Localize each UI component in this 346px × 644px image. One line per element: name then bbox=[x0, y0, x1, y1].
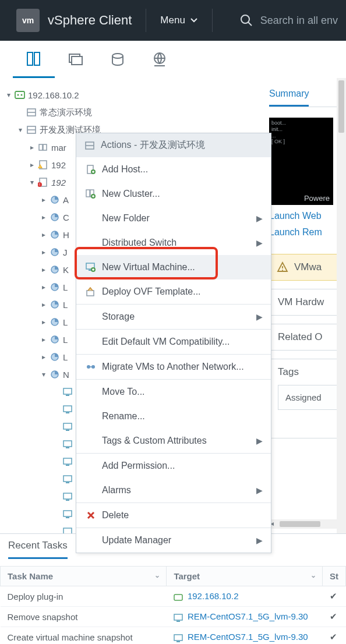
col-task-name[interactable]: Task Name⌄ bbox=[1, 567, 167, 586]
svg-rect-38 bbox=[66, 412, 69, 413]
resourcepool-icon bbox=[49, 300, 61, 309]
alert-text: VMwa bbox=[294, 261, 322, 273]
menu-migrate-vms[interactable]: Migrate VMs to Another Network... bbox=[76, 355, 271, 379]
svg-rect-43 bbox=[63, 458, 72, 464]
power-state-label: Powere bbox=[304, 194, 330, 203]
caret-down-icon[interactable]: ▾ bbox=[15, 126, 26, 134]
launch-web-console-link[interactable]: Launch Web bbox=[269, 211, 346, 221]
task-target[interactable]: REM-CentOS7.1_5G_lvm-9.30 bbox=[167, 607, 323, 627]
menu-storage[interactable]: Storage ▶ bbox=[76, 305, 271, 329]
context-menu-header: Actions - 开发及测试环境 bbox=[76, 133, 271, 157]
svg-rect-63 bbox=[86, 190, 90, 197]
task-target[interactable]: REM-CentOS7.1_5G_lvm-9.30 bbox=[167, 627, 323, 645]
menu-rename[interactable]: Rename... bbox=[76, 404, 271, 429]
caret-right-icon[interactable]: ▸ bbox=[38, 353, 49, 361]
vm-hardware-card[interactable]: VM Hardw bbox=[269, 289, 346, 316]
svg-rect-44 bbox=[66, 465, 69, 466]
caret-right-icon[interactable]: ▸ bbox=[38, 266, 49, 274]
tags-title: Tags bbox=[278, 366, 337, 378]
caret-right-icon[interactable]: ▸ bbox=[38, 248, 49, 256]
caret-right-icon[interactable]: ▸ bbox=[38, 196, 49, 204]
tab-summary[interactable]: Summary bbox=[269, 85, 309, 107]
col-status[interactable]: St bbox=[323, 567, 346, 586]
nav-vms-templates[interactable] bbox=[55, 52, 97, 67]
task-name: Remove snapshot bbox=[1, 607, 167, 627]
svg-rect-48 bbox=[66, 500, 69, 501]
vm-icon bbox=[62, 388, 73, 396]
chevron-down-icon[interactable]: ⌄ bbox=[310, 571, 316, 579]
vmware-tools-alert: VMwa bbox=[269, 254, 346, 281]
chevron-down-icon[interactable]: ⌄ bbox=[154, 571, 160, 579]
caret-down-icon[interactable]: ▾ bbox=[3, 91, 14, 99]
svg-rect-73 bbox=[87, 291, 94, 296]
tree-label: 常态演示环境 bbox=[40, 107, 92, 118]
menu-button[interactable]: Menu bbox=[160, 15, 198, 26]
caret-right-icon[interactable]: ▸ bbox=[38, 283, 49, 291]
menu-add-permission[interactable]: Add Permission... bbox=[76, 454, 271, 478]
vmware-logo: vm bbox=[16, 9, 40, 32]
app-title: vSphere Client bbox=[48, 13, 132, 28]
menu-delete[interactable]: Delete bbox=[76, 503, 271, 528]
task-row[interactable]: Deploy plug-in 192.168.10.2 ✔ bbox=[1, 586, 346, 607]
caret-right-icon[interactable]: ▸ bbox=[38, 318, 49, 326]
horizontal-scrollbar[interactable]: ◂ bbox=[268, 519, 346, 529]
svg-rect-5 bbox=[72, 56, 82, 65]
svg-rect-3 bbox=[34, 52, 40, 65]
task-status: ✔ bbox=[323, 607, 346, 627]
menu-new-cluster[interactable]: New Cluster... bbox=[76, 182, 271, 206]
menu-tags-attrs[interactable]: Tags & Custom Attributes ▶ bbox=[76, 429, 271, 453]
tree-label: L bbox=[63, 282, 68, 292]
menu-distributed-switch[interactable]: Distributed Switch ▶ bbox=[76, 231, 271, 255]
svg-rect-10 bbox=[15, 91, 24, 98]
menu-deploy-ovf[interactable]: Deploy OVF Template... bbox=[76, 279, 271, 304]
warning-icon bbox=[277, 261, 288, 273]
task-row[interactable]: Remove snapshot REM-CentOS7.1_5G_lvm-9.3… bbox=[1, 607, 346, 627]
svg-point-0 bbox=[241, 15, 249, 23]
caret-right-icon[interactable]: ▸ bbox=[27, 143, 37, 151]
svg-rect-81 bbox=[176, 621, 180, 622]
task-name: Deploy plug-in bbox=[1, 586, 167, 607]
task-target[interactable]: 192.168.10.2 bbox=[167, 586, 323, 607]
divider bbox=[212, 9, 213, 32]
caret-right-icon[interactable]: ▸ bbox=[38, 335, 49, 344]
assigned-tag-header: Assigned bbox=[278, 385, 337, 410]
resourcepool-icon bbox=[49, 230, 61, 239]
resourcepool-icon bbox=[49, 195, 61, 204]
menu-new-virtual-machine[interactable]: New Virtual Machine... bbox=[76, 255, 271, 279]
tree-datacenter[interactable]: 常态演示环境 bbox=[0, 104, 263, 121]
menu-new-folder[interactable]: New Folder ▶ bbox=[76, 206, 271, 231]
nav-networking[interactable] bbox=[139, 52, 181, 67]
caret-down-icon[interactable]: ▾ bbox=[38, 370, 49, 378]
tree-label: 192 bbox=[51, 178, 66, 187]
task-row[interactable]: Create virtual machine snapshot REM-Cent… bbox=[1, 627, 346, 645]
tree-label: mar bbox=[51, 143, 66, 153]
caret-right-icon[interactable]: ▸ bbox=[38, 213, 49, 221]
scroll-thumb[interactable] bbox=[338, 80, 344, 133]
caret-right-icon[interactable]: ▸ bbox=[27, 161, 37, 169]
vm-icon bbox=[62, 423, 73, 431]
menu-alarms[interactable]: Alarms ▶ bbox=[76, 478, 271, 503]
svg-rect-51 bbox=[63, 528, 72, 533]
tree-label: N bbox=[63, 370, 69, 380]
col-target[interactable]: Target⌄ bbox=[167, 567, 323, 586]
menu-edit-compat[interactable]: Edit Default VM Compatibility... bbox=[76, 330, 271, 354]
resourcepool-icon bbox=[49, 213, 61, 222]
vertical-scrollbar[interactable] bbox=[337, 78, 346, 533]
vcenter-icon bbox=[14, 90, 26, 100]
search-area[interactable]: Search in all env bbox=[239, 13, 338, 27]
nav-storage[interactable] bbox=[97, 52, 139, 67]
svg-point-6 bbox=[112, 54, 123, 58]
menu-update-manager[interactable]: Update Manager ▶ bbox=[76, 528, 271, 553]
caret-down-icon[interactable]: ▾ bbox=[27, 178, 37, 186]
tree-label: J bbox=[63, 247, 68, 257]
tree-root[interactable]: ▾ 192.168.10.2 bbox=[0, 86, 263, 104]
caret-right-icon[interactable]: ▸ bbox=[38, 231, 49, 239]
scroll-thumb[interactable] bbox=[280, 521, 320, 527]
nav-hosts-clusters[interactable] bbox=[13, 41, 55, 78]
menu-move-to[interactable]: Move To... bbox=[76, 380, 271, 404]
console-thumbnail[interactable]: boot...init......[ OK ] Powere bbox=[269, 118, 333, 205]
launch-remote-console-link[interactable]: Launch Rem bbox=[269, 227, 346, 238]
caret-right-icon[interactable]: ▸ bbox=[38, 300, 49, 309]
menu-add-host[interactable]: Add Host... bbox=[76, 157, 271, 182]
related-objects-card[interactable]: Related O bbox=[269, 324, 346, 351]
